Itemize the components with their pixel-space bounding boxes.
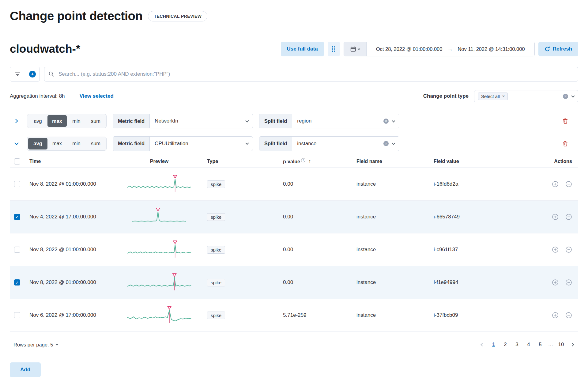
filter-out-value-button[interactable] bbox=[565, 181, 572, 187]
date-quick-select-button[interactable] bbox=[344, 42, 367, 56]
clear-selection-icon[interactable]: × bbox=[563, 94, 568, 99]
config-row-cpuutilization: avg max min sum Metric field CPUUtilizat… bbox=[10, 132, 578, 155]
row-field-name: instance bbox=[344, 214, 420, 220]
row-checkbox[interactable]: ✓ bbox=[14, 279, 20, 286]
row-time: Nov 8, 2022 @ 01:00:00.000 bbox=[24, 181, 116, 187]
agg-min-button[interactable]: min bbox=[67, 138, 86, 149]
rows-per-page-button[interactable]: Rows per page: 5 bbox=[13, 342, 58, 348]
filter-for-value-button[interactable] bbox=[552, 279, 559, 286]
pagination-page-4[interactable]: 4 bbox=[524, 340, 533, 350]
use-full-data-label: Use full data bbox=[287, 46, 318, 52]
collapse-row-button[interactable] bbox=[10, 138, 23, 150]
row-time: Nov 4, 2022 @ 17:00:00.000 bbox=[24, 214, 116, 220]
filter-icon bbox=[15, 71, 21, 77]
agg-avg-button[interactable]: avg bbox=[28, 115, 47, 127]
next-page-button[interactable] bbox=[568, 340, 577, 350]
column-header-p-value[interactable]: p-valuei↑ bbox=[268, 158, 344, 165]
sparkline-chart bbox=[126, 306, 192, 325]
row-preview bbox=[116, 240, 202, 259]
filter-out-value-button[interactable] bbox=[565, 279, 572, 286]
combo-right-icons: × bbox=[563, 94, 574, 99]
row-actions bbox=[511, 246, 578, 253]
pagination-page-2[interactable]: 2 bbox=[500, 340, 510, 350]
row-checkbox[interactable] bbox=[14, 181, 20, 187]
remove-tag-icon[interactable]: × bbox=[502, 94, 505, 99]
select-all-checkbox[interactable] bbox=[14, 158, 20, 165]
search-input[interactable] bbox=[44, 67, 578, 81]
date-picker: Oct 28, 2022 @ 01:00:00.000 → Nov 11, 20… bbox=[344, 42, 535, 56]
change-point-type-combobox[interactable]: Select all × × bbox=[474, 90, 578, 102]
pagination-page-5[interactable]: 5 bbox=[535, 340, 545, 350]
filter-for-value-button[interactable] bbox=[552, 181, 559, 187]
refresh-button[interactable]: Refresh bbox=[538, 42, 578, 56]
trash-icon bbox=[562, 118, 568, 124]
info-icon: i bbox=[301, 158, 305, 162]
row-checkbox[interactable]: ✓ bbox=[14, 214, 20, 220]
metric-field-label: Metric field bbox=[113, 137, 150, 151]
minus-circle-icon bbox=[565, 181, 572, 187]
add-filter-button[interactable]: + bbox=[25, 67, 40, 81]
agg-min-button[interactable]: min bbox=[67, 115, 86, 127]
date-range-display[interactable]: Oct 28, 2022 @ 01:00:00.000 → Nov 11, 20… bbox=[367, 42, 534, 56]
expand-row-button[interactable] bbox=[10, 115, 23, 127]
filter-out-value-button[interactable] bbox=[565, 246, 572, 253]
split-field-control: Split field instance × bbox=[259, 136, 399, 151]
pagination-page-3[interactable]: 3 bbox=[512, 340, 522, 350]
chevron-down-icon bbox=[245, 119, 249, 122]
row-field-name: instance bbox=[344, 181, 420, 187]
agg-sum-button[interactable]: sum bbox=[86, 115, 105, 127]
row-preview bbox=[116, 207, 202, 226]
agg-sum-button[interactable]: sum bbox=[86, 138, 105, 149]
metric-field-select[interactable]: NetworkIn bbox=[150, 114, 253, 128]
change-point-marker-icon bbox=[173, 175, 177, 178]
date-range-start[interactable]: Oct 28, 2022 @ 01:00:00.000 bbox=[376, 46, 443, 52]
split-field-control: Split field region × bbox=[259, 114, 399, 128]
pagination-page-1[interactable]: 1 bbox=[489, 340, 499, 350]
filter-for-value-button[interactable] bbox=[552, 246, 559, 253]
row-checkbox[interactable] bbox=[14, 247, 20, 253]
chevron-down-icon bbox=[357, 47, 360, 50]
row-preview bbox=[116, 273, 202, 292]
filter-out-value-button[interactable] bbox=[565, 214, 572, 220]
sampling-options-button[interactable] bbox=[328, 42, 340, 56]
agg-avg-button[interactable]: avg bbox=[28, 138, 47, 149]
header-divider bbox=[10, 31, 578, 31]
split-field-combobox[interactable]: region × bbox=[292, 114, 399, 128]
split-field-combobox[interactable]: instance × bbox=[292, 137, 399, 151]
use-full-data-button[interactable]: Use full data bbox=[281, 42, 324, 56]
metric-field-control: Metric field NetworkIn bbox=[113, 114, 253, 128]
filter-for-value-button[interactable] bbox=[552, 214, 559, 220]
row-checkbox[interactable] bbox=[14, 312, 20, 318]
pagination: Rows per page: 5 12345…10 bbox=[10, 332, 578, 357]
filter-for-value-button[interactable] bbox=[552, 312, 559, 319]
date-range-end[interactable]: Nov 11, 2022 @ 14:31:00.000 bbox=[458, 46, 525, 52]
metric-field-select[interactable]: CPUUtilization bbox=[150, 137, 253, 151]
row-p-value: 0.00 bbox=[268, 181, 344, 187]
page-title: Change point detection bbox=[10, 9, 142, 23]
chevron-right-icon bbox=[14, 118, 19, 124]
row-p-value: 0.00 bbox=[268, 279, 344, 286]
row-field-value: i-f1e94994 bbox=[420, 279, 511, 286]
clear-split-field-icon[interactable]: × bbox=[383, 119, 389, 124]
row-field-name: instance bbox=[344, 247, 420, 253]
pagination-page-10[interactable]: 10 bbox=[556, 340, 566, 350]
previous-page-button[interactable] bbox=[478, 340, 487, 350]
filter-options-button[interactable] bbox=[10, 67, 25, 81]
select-all-tag[interactable]: Select all × bbox=[478, 93, 508, 100]
row-time: Nov 6, 2022 @ 17:00:00.000 bbox=[24, 312, 116, 318]
filter-out-value-button[interactable] bbox=[565, 312, 572, 319]
add-configuration-button[interactable]: Add bbox=[10, 362, 41, 377]
row-actions bbox=[511, 312, 578, 319]
page-controls: 12345…10 bbox=[478, 340, 577, 350]
delete-config-button[interactable] bbox=[560, 140, 570, 147]
agg-max-button[interactable]: max bbox=[47, 138, 67, 149]
plus-circle-icon bbox=[552, 312, 559, 319]
chevron-right-icon bbox=[571, 343, 574, 346]
delete-config-button[interactable] bbox=[560, 118, 570, 124]
sort-ascending-icon: ↑ bbox=[308, 158, 311, 164]
row-field-name: instance bbox=[344, 312, 420, 318]
refresh-label: Refresh bbox=[553, 46, 572, 52]
clear-split-field-icon[interactable]: × bbox=[383, 141, 389, 146]
view-selected-link[interactable]: View selected bbox=[80, 93, 114, 99]
agg-max-button[interactable]: max bbox=[47, 115, 67, 127]
